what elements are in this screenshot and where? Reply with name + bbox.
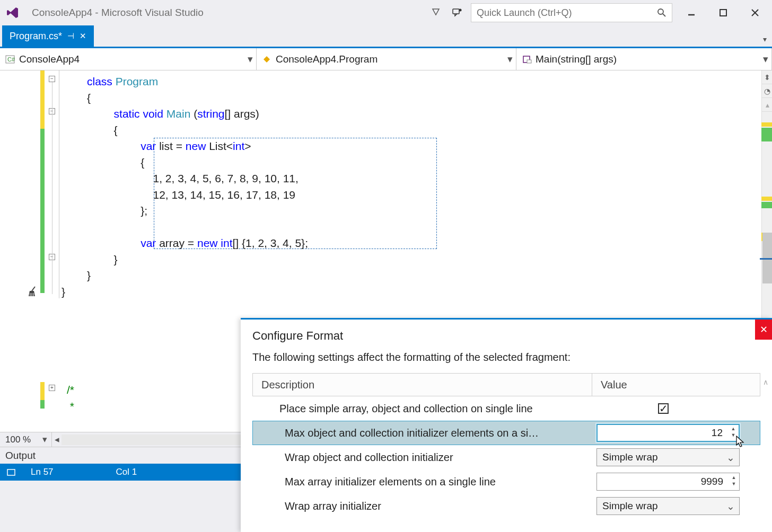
checkbox[interactable]: ✓ [658, 403, 669, 414]
notifications-icon[interactable] [428, 5, 443, 20]
chevron-down-icon: ▾ [42, 434, 47, 445]
setting-row[interactable]: Wrap object and collection initializer S… [252, 445, 760, 469]
class-icon [262, 55, 273, 64]
header-value: Value [592, 379, 760, 391]
svg-rect-11 [527, 60, 531, 63]
status-ready-icon [6, 467, 16, 477]
editor-margin: − − − + [0, 70, 46, 432]
chevron-down-icon: ▾ [248, 53, 253, 65]
output-label: Output [5, 450, 36, 462]
setting-label: Wrap array initializer [253, 500, 592, 512]
scroll-up-icon[interactable]: ∧ [761, 378, 770, 386]
svg-rect-16 [7, 469, 15, 475]
close-button[interactable] [742, 3, 768, 22]
svg-line-3 [663, 14, 665, 16]
header-description: Description [253, 374, 592, 396]
popup-title: Configure Format [241, 320, 772, 348]
navigation-bar: C# ConsoleApp4 ▾ ConsoleApp4.Program ▾ M… [0, 48, 772, 70]
quick-launch-input[interactable]: Quick Launch (Ctrl+Q) [471, 3, 672, 22]
vs-logo-icon [4, 4, 21, 21]
code-comment: /* * [67, 382, 74, 414]
svg-rect-0 [453, 9, 459, 14]
setting-row[interactable]: Place simple array, object and collectio… [252, 396, 760, 421]
pin-icon[interactable]: ⊣ [67, 31, 74, 41]
chevron-down-icon: ▾ [763, 53, 768, 65]
setting-row[interactable]: Max object and collection initializer el… [252, 421, 760, 445]
spinner[interactable]: ▲▼ [730, 474, 738, 489]
outline-toggle[interactable]: − [49, 76, 55, 82]
scroll-up-icon[interactable]: ▴ [762, 98, 772, 112]
svg-line-12 [32, 287, 35, 291]
code-cleanup-icon[interactable] [28, 286, 38, 299]
nav-project-dropdown[interactable]: C# ConsoleApp4 ▾ [0, 48, 257, 70]
popup-description: The following settings affect the format… [241, 348, 772, 373]
tab-label: Program.cs* [10, 31, 62, 42]
status-line: Ln 57 [31, 467, 54, 477]
document-tab[interactable]: Program.cs* ⊣ ✕ [2, 25, 94, 47]
maximize-button[interactable] [710, 3, 736, 22]
zoom-value: 100 % [5, 435, 31, 445]
document-tab-row: Program.cs* ⊣ ✕ ▾ [0, 25, 772, 47]
chevron-down-icon: ⌄ [726, 451, 735, 464]
chevron-down-icon: ⌄ [726, 500, 735, 512]
setting-label: Place simple array, object and collectio… [253, 403, 592, 415]
code-text: class Program { static void Main (string… [87, 74, 308, 284]
nav-class-dropdown[interactable]: ConsoleApp4.Program ▾ [257, 48, 516, 70]
nav-method-label: Main(string[] args) [536, 54, 617, 65]
svg-point-2 [658, 9, 663, 14]
svg-point-1 [459, 9, 462, 12]
title-bar: ConsoleApp4 - Microsoft Visual Studio Qu… [0, 0, 772, 25]
code-brace: } [62, 284, 65, 300]
tab-overflow-icon[interactable]: ▾ [763, 35, 767, 43]
setting-label: Max object and collection initializer el… [253, 427, 592, 439]
select-input[interactable]: Simple wrap⌄ [596, 448, 740, 466]
track-changes-icon[interactable]: ◔ [762, 84, 772, 98]
configure-format-popup: ✕ Configure Format The following setting… [241, 318, 772, 532]
table-header: Description Value [252, 373, 760, 396]
nav-project-label: ConsoleApp4 [19, 54, 80, 65]
status-col: Col 1 [116, 467, 137, 477]
number-input[interactable]: 12▲▼ [596, 424, 740, 442]
chevron-down-icon: ▾ [507, 53, 513, 65]
setting-label: Max array initializer elements on a sing… [253, 476, 592, 488]
zoom-dropdown[interactable]: 100 % ▾ [0, 432, 52, 447]
minimize-button[interactable] [679, 3, 704, 22]
spinner[interactable]: ▲▼ [730, 426, 737, 440]
setting-row[interactable]: Wrap array initializer Simple wrap⌄ [252, 494, 760, 518]
popup-close-button[interactable]: ✕ [755, 320, 772, 340]
scroll-left-icon[interactable]: ◂ [52, 432, 62, 447]
svg-rect-5 [720, 10, 726, 16]
nav-class-label: ConsoleApp4.Program [276, 54, 378, 65]
nav-method-dropdown[interactable]: Main(string[] args) ▾ [516, 48, 772, 70]
setting-label: Wrap object and collection initializer [253, 451, 592, 464]
outline-toggle[interactable]: + [49, 385, 55, 391]
setting-row[interactable]: Max array initializer elements on a sing… [252, 469, 760, 494]
close-tab-icon[interactable]: ✕ [80, 31, 86, 41]
search-icon [657, 8, 666, 17]
method-icon [522, 55, 532, 64]
csharp-project-icon: C# [5, 55, 16, 64]
quick-launch-placeholder: Quick Launch (Ctrl+Q) [477, 7, 657, 19]
select-input[interactable]: Simple wrap⌄ [596, 497, 740, 515]
feedback-icon[interactable] [450, 5, 464, 20]
split-icon[interactable]: ⬍ [762, 70, 772, 84]
settings-table: Description Value Place simple array, ob… [252, 373, 760, 518]
window-title: ConsoleApp4 - Microsoft Visual Studio [32, 7, 204, 19]
number-input[interactable]: 9999▲▼ [596, 473, 740, 491]
svg-text:C#: C# [7, 56, 15, 63]
